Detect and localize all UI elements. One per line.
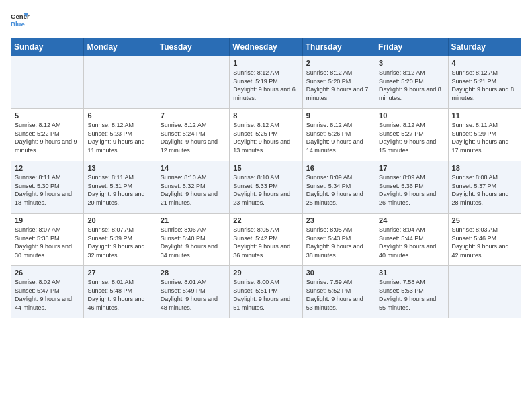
calendar-week-row: 5Sunrise: 8:12 AMSunset: 5:22 PMDaylight… [11, 109, 521, 161]
day-number: 12 [15, 164, 80, 172]
calendar-cell: 5Sunrise: 8:12 AMSunset: 5:22 PMDaylight… [11, 109, 84, 161]
calendar-cell: 15Sunrise: 8:10 AMSunset: 5:33 PMDayligh… [230, 161, 302, 214]
calendar-cell: 23Sunrise: 8:05 AMSunset: 5:43 PMDayligh… [302, 214, 375, 266]
calendar-cell: 31Sunrise: 7:58 AMSunset: 5:53 PMDayligh… [375, 266, 448, 318]
day-info: Sunrise: 8:12 AMSunset: 5:19 PMDaylight:… [233, 68, 298, 102]
day-number: 19 [15, 216, 80, 224]
day-number: 2 [306, 59, 371, 67]
calendar-cell [84, 56, 157, 109]
day-number: 30 [306, 269, 371, 277]
day-info: Sunrise: 8:12 AMSunset: 5:23 PMDaylight:… [87, 121, 152, 154]
calendar-cell: 6Sunrise: 8:12 AMSunset: 5:23 PMDaylight… [84, 109, 157, 161]
day-info: Sunrise: 8:05 AMSunset: 5:42 PMDaylight:… [233, 226, 298, 259]
calendar-week-row: 19Sunrise: 8:07 AMSunset: 5:38 PMDayligh… [11, 214, 521, 266]
calendar-cell [157, 56, 229, 109]
weekday-header: Sunday [11, 38, 84, 56]
calendar-cell: 13Sunrise: 8:11 AMSunset: 5:31 PMDayligh… [84, 161, 157, 214]
calendar-cell: 30Sunrise: 7:59 AMSunset: 5:52 PMDayligh… [302, 266, 375, 318]
logo: General Blue [11, 11, 30, 30]
day-number: 25 [452, 216, 517, 224]
day-number: 22 [233, 216, 298, 224]
day-info: Sunrise: 8:12 AMSunset: 5:26 PMDaylight:… [306, 121, 371, 154]
day-number: 15 [233, 164, 298, 172]
calendar-cell: 21Sunrise: 8:06 AMSunset: 5:40 PMDayligh… [157, 214, 229, 266]
calendar-cell: 7Sunrise: 8:12 AMSunset: 5:24 PMDaylight… [157, 109, 229, 161]
calendar-cell: 29Sunrise: 8:00 AMSunset: 5:51 PMDayligh… [230, 266, 302, 318]
calendar-cell: 19Sunrise: 8:07 AMSunset: 5:38 PMDayligh… [11, 214, 84, 266]
calendar-cell: 3Sunrise: 8:12 AMSunset: 5:20 PMDaylight… [375, 56, 448, 109]
day-number: 8 [233, 111, 298, 120]
calendar-cell: 17Sunrise: 8:09 AMSunset: 5:36 PMDayligh… [375, 161, 448, 214]
day-info: Sunrise: 8:05 AMSunset: 5:43 PMDaylight:… [306, 226, 371, 259]
day-number: 4 [452, 59, 517, 67]
day-info: Sunrise: 8:04 AMSunset: 5:44 PMDaylight:… [379, 226, 444, 259]
weekday-header: Friday [375, 38, 448, 56]
calendar-cell: 25Sunrise: 8:03 AMSunset: 5:46 PMDayligh… [448, 214, 521, 266]
day-number: 28 [161, 269, 226, 277]
calendar-cell [448, 266, 521, 318]
day-info: Sunrise: 8:12 AMSunset: 5:22 PMDaylight:… [15, 121, 80, 154]
day-number: 24 [379, 216, 444, 224]
weekday-header: Saturday [448, 38, 521, 56]
day-info: Sunrise: 8:10 AMSunset: 5:33 PMDaylight:… [233, 173, 298, 207]
day-info: Sunrise: 8:12 AMSunset: 5:24 PMDaylight:… [161, 121, 226, 154]
day-number: 20 [87, 216, 152, 224]
calendar-cell: 10Sunrise: 8:12 AMSunset: 5:27 PMDayligh… [375, 109, 448, 161]
day-info: Sunrise: 8:11 AMSunset: 5:30 PMDaylight:… [15, 173, 80, 207]
day-info: Sunrise: 8:03 AMSunset: 5:46 PMDaylight:… [452, 226, 517, 259]
day-info: Sunrise: 8:00 AMSunset: 5:51 PMDaylight:… [233, 278, 298, 312]
calendar-cell: 18Sunrise: 8:08 AMSunset: 5:37 PMDayligh… [448, 161, 521, 214]
day-info: Sunrise: 8:12 AMSunset: 5:25 PMDaylight:… [233, 121, 298, 154]
day-number: 9 [306, 111, 371, 120]
day-info: Sunrise: 8:12 AMSunset: 5:20 PMDaylight:… [306, 68, 371, 102]
calendar-cell: 24Sunrise: 8:04 AMSunset: 5:44 PMDayligh… [375, 214, 448, 266]
weekday-header: Tuesday [157, 38, 229, 56]
day-number: 18 [452, 164, 517, 172]
calendar-cell: 8Sunrise: 8:12 AMSunset: 5:25 PMDaylight… [230, 109, 302, 161]
day-number: 26 [15, 269, 80, 277]
header: General Blue [11, 11, 521, 30]
day-info: Sunrise: 8:01 AMSunset: 5:48 PMDaylight:… [87, 278, 152, 312]
day-number: 11 [452, 111, 517, 120]
day-info: Sunrise: 8:11 AMSunset: 5:29 PMDaylight:… [452, 121, 517, 154]
calendar-week-row: 1Sunrise: 8:12 AMSunset: 5:19 PMDaylight… [11, 56, 521, 109]
calendar-cell: 4Sunrise: 8:12 AMSunset: 5:21 PMDaylight… [448, 56, 521, 109]
day-info: Sunrise: 8:07 AMSunset: 5:39 PMDaylight:… [87, 226, 152, 259]
calendar-cell: 1Sunrise: 8:12 AMSunset: 5:19 PMDaylight… [230, 56, 302, 109]
day-number: 6 [87, 111, 152, 120]
day-info: Sunrise: 8:01 AMSunset: 5:49 PMDaylight:… [161, 278, 226, 312]
weekday-header: Monday [84, 38, 157, 56]
day-number: 10 [379, 111, 444, 120]
day-number: 13 [87, 164, 152, 172]
day-info: Sunrise: 7:58 AMSunset: 5:53 PMDaylight:… [379, 278, 444, 312]
weekday-header: Thursday [302, 38, 375, 56]
calendar-cell: 9Sunrise: 8:12 AMSunset: 5:26 PMDaylight… [302, 109, 375, 161]
day-info: Sunrise: 8:02 AMSunset: 5:47 PMDaylight:… [15, 278, 80, 312]
calendar-cell: 28Sunrise: 8:01 AMSunset: 5:49 PMDayligh… [157, 266, 229, 318]
day-info: Sunrise: 8:09 AMSunset: 5:36 PMDaylight:… [379, 173, 444, 207]
calendar-cell: 2Sunrise: 8:12 AMSunset: 5:20 PMDaylight… [302, 56, 375, 109]
calendar-cell: 14Sunrise: 8:10 AMSunset: 5:32 PMDayligh… [157, 161, 229, 214]
svg-text:Blue: Blue [11, 20, 25, 28]
day-number: 21 [161, 216, 226, 224]
day-number: 31 [379, 269, 444, 277]
calendar-cell: 20Sunrise: 8:07 AMSunset: 5:39 PMDayligh… [84, 214, 157, 266]
day-number: 27 [87, 269, 152, 277]
day-number: 17 [379, 164, 444, 172]
day-info: Sunrise: 8:12 AMSunset: 5:21 PMDaylight:… [452, 68, 517, 102]
calendar-cell: 22Sunrise: 8:05 AMSunset: 5:42 PMDayligh… [230, 214, 302, 266]
day-number: 1 [233, 59, 298, 67]
day-info: Sunrise: 8:09 AMSunset: 5:34 PMDaylight:… [306, 173, 371, 207]
calendar-week-row: 26Sunrise: 8:02 AMSunset: 5:47 PMDayligh… [11, 266, 521, 318]
calendar-cell: 26Sunrise: 8:02 AMSunset: 5:47 PMDayligh… [11, 266, 84, 318]
day-number: 7 [161, 111, 226, 120]
day-number: 3 [379, 59, 444, 67]
day-info: Sunrise: 7:59 AMSunset: 5:52 PMDaylight:… [306, 278, 371, 312]
day-number: 29 [233, 269, 298, 277]
calendar-cell: 27Sunrise: 8:01 AMSunset: 5:48 PMDayligh… [84, 266, 157, 318]
day-info: Sunrise: 8:07 AMSunset: 5:38 PMDaylight:… [15, 226, 80, 259]
day-info: Sunrise: 8:06 AMSunset: 5:40 PMDaylight:… [161, 226, 226, 259]
calendar-cell [11, 56, 84, 109]
day-info: Sunrise: 8:08 AMSunset: 5:37 PMDaylight:… [452, 173, 517, 207]
logo-icon: General Blue [11, 11, 30, 30]
